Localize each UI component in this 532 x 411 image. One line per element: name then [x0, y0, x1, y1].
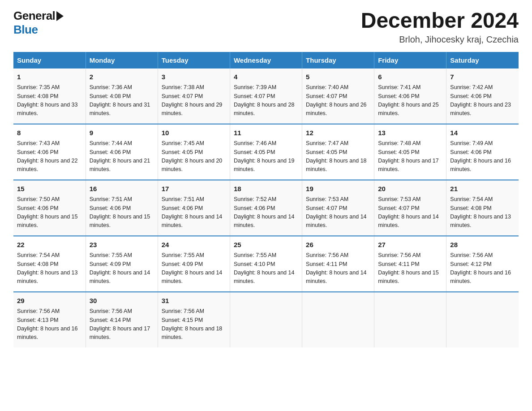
daylight-label: Daylight: 8 hours and 20 minutes.: [162, 158, 223, 172]
page-header: General Blue December 2024 Brloh, Jihoce…: [13, 9, 519, 45]
sunset-label: Sunset: 4:14 PM: [90, 317, 131, 323]
day-cell: 23 Sunrise: 7:55 AM Sunset: 4:09 PM Dayl…: [86, 236, 158, 292]
daylight-label: Daylight: 8 hours and 28 minutes.: [234, 102, 295, 116]
logo-blue-text: Blue: [13, 23, 38, 37]
day-number: 24: [162, 240, 226, 250]
sunset-label: Sunset: 4:06 PM: [90, 149, 131, 155]
day-number: 30: [90, 296, 154, 306]
sunrise-label: Sunrise: 7:56 AM: [162, 308, 204, 314]
col-sunday: Sunday: [13, 52, 86, 68]
day-cell: 17 Sunrise: 7:51 AM Sunset: 4:06 PM Dayl…: [158, 180, 230, 236]
day-info: Sunrise: 7:50 AM Sunset: 4:06 PM Dayligh…: [17, 195, 82, 230]
sunset-label: Sunset: 4:05 PM: [378, 149, 419, 155]
day-cell: 3 Sunrise: 7:38 AM Sunset: 4:07 PM Dayli…: [158, 68, 230, 124]
daylight-label: Daylight: 8 hours and 13 minutes.: [17, 270, 78, 284]
day-info: Sunrise: 7:52 AM Sunset: 4:06 PM Dayligh…: [234, 195, 298, 230]
day-cell: 4 Sunrise: 7:39 AM Sunset: 4:07 PM Dayli…: [230, 68, 302, 124]
day-cell: 8 Sunrise: 7:43 AM Sunset: 4:06 PM Dayli…: [13, 124, 86, 180]
day-cell: 12 Sunrise: 7:47 AM Sunset: 4:05 PM Dayl…: [302, 124, 374, 180]
daylight-label: Daylight: 8 hours and 17 minutes.: [378, 158, 439, 172]
day-cell: 5 Sunrise: 7:40 AM Sunset: 4:07 PM Dayli…: [302, 68, 374, 124]
sunrise-label: Sunrise: 7:42 AM: [450, 84, 493, 90]
day-number: 9: [90, 128, 154, 138]
day-cell: 11 Sunrise: 7:46 AM Sunset: 4:05 PM Dayl…: [230, 124, 302, 180]
day-number: 3: [162, 72, 226, 82]
day-cell: 31 Sunrise: 7:56 AM Sunset: 4:15 PM Dayl…: [158, 292, 230, 347]
sunset-label: Sunset: 4:05 PM: [306, 149, 347, 155]
day-info: Sunrise: 7:44 AM Sunset: 4:06 PM Dayligh…: [90, 139, 154, 174]
sunset-label: Sunset: 4:06 PM: [378, 93, 419, 99]
sunrise-label: Sunrise: 7:50 AM: [17, 196, 60, 202]
sunrise-label: Sunrise: 7:53 AM: [306, 196, 348, 202]
day-number: 19: [306, 184, 370, 194]
daylight-label: Daylight: 8 hours and 14 minutes.: [306, 214, 367, 228]
sunset-label: Sunset: 4:08 PM: [17, 261, 58, 267]
sunrise-label: Sunrise: 7:40 AM: [306, 84, 348, 90]
day-cell: 25 Sunrise: 7:55 AM Sunset: 4:10 PM Dayl…: [230, 236, 302, 292]
sunrise-label: Sunrise: 7:52 AM: [234, 196, 276, 202]
day-cell: 10 Sunrise: 7:45 AM Sunset: 4:05 PM Dayl…: [158, 124, 230, 180]
day-info: Sunrise: 7:51 AM Sunset: 4:06 PM Dayligh…: [162, 195, 226, 230]
day-info: Sunrise: 7:51 AM Sunset: 4:06 PM Dayligh…: [90, 195, 154, 230]
sunset-label: Sunset: 4:07 PM: [162, 93, 203, 99]
daylight-label: Daylight: 8 hours and 14 minutes.: [162, 270, 223, 284]
daylight-label: Daylight: 8 hours and 14 minutes.: [162, 214, 223, 228]
day-info: Sunrise: 7:53 AM Sunset: 4:07 PM Dayligh…: [378, 195, 442, 230]
day-info: Sunrise: 7:56 AM Sunset: 4:15 PM Dayligh…: [162, 307, 226, 342]
day-cell: 24 Sunrise: 7:55 AM Sunset: 4:09 PM Dayl…: [158, 236, 230, 292]
sunrise-label: Sunrise: 7:56 AM: [378, 252, 420, 258]
sunset-label: Sunset: 4:13 PM: [17, 317, 58, 323]
day-cell: 27 Sunrise: 7:56 AM Sunset: 4:11 PM Dayl…: [374, 236, 446, 292]
logo-general-text: General: [13, 9, 55, 23]
daylight-label: Daylight: 8 hours and 16 minutes.: [17, 325, 78, 340]
day-number: 16: [90, 184, 154, 194]
sunrise-label: Sunrise: 7:38 AM: [162, 84, 204, 90]
day-cell: 7 Sunrise: 7:42 AM Sunset: 4:06 PM Dayli…: [446, 68, 519, 124]
sunrise-label: Sunrise: 7:43 AM: [17, 140, 60, 146]
daylight-label: Daylight: 8 hours and 14 minutes.: [234, 270, 295, 284]
day-info: Sunrise: 7:42 AM Sunset: 4:06 PM Dayligh…: [450, 83, 515, 118]
day-info: Sunrise: 7:43 AM Sunset: 4:06 PM Dayligh…: [17, 139, 82, 174]
title-section: December 2024 Brloh, Jihocesky kraj, Cze…: [361, 9, 519, 45]
sunrise-label: Sunrise: 7:55 AM: [234, 252, 276, 258]
month-title: December 2024: [361, 9, 519, 33]
day-cell: [302, 292, 374, 347]
day-info: Sunrise: 7:53 AM Sunset: 4:07 PM Dayligh…: [306, 195, 370, 230]
sunset-label: Sunset: 4:07 PM: [306, 205, 347, 211]
day-info: Sunrise: 7:36 AM Sunset: 4:08 PM Dayligh…: [90, 83, 154, 118]
day-info: Sunrise: 7:54 AM Sunset: 4:08 PM Dayligh…: [17, 251, 82, 286]
day-number: 14: [450, 128, 515, 138]
day-cell: 19 Sunrise: 7:53 AM Sunset: 4:07 PM Dayl…: [302, 180, 374, 236]
day-cell: 1 Sunrise: 7:35 AM Sunset: 4:08 PM Dayli…: [13, 68, 86, 124]
day-info: Sunrise: 7:56 AM Sunset: 4:11 PM Dayligh…: [378, 251, 442, 286]
day-number: 13: [378, 128, 442, 138]
day-number: 6: [378, 72, 442, 82]
daylight-label: Daylight: 8 hours and 14 minutes.: [90, 270, 150, 284]
sunrise-label: Sunrise: 7:56 AM: [306, 252, 348, 258]
day-cell: 6 Sunrise: 7:41 AM Sunset: 4:06 PM Dayli…: [374, 68, 446, 124]
week-row-5: 29 Sunrise: 7:56 AM Sunset: 4:13 PM Dayl…: [13, 292, 519, 347]
daylight-label: Daylight: 8 hours and 33 minutes.: [17, 102, 78, 116]
week-row-4: 22 Sunrise: 7:54 AM Sunset: 4:08 PM Dayl…: [13, 236, 519, 292]
day-number: 12: [306, 128, 370, 138]
header-row: Sunday Monday Tuesday Wednesday Thursday…: [13, 52, 519, 68]
daylight-label: Daylight: 8 hours and 14 minutes.: [234, 214, 295, 228]
day-info: Sunrise: 7:39 AM Sunset: 4:07 PM Dayligh…: [234, 83, 298, 118]
sunrise-label: Sunrise: 7:35 AM: [17, 84, 60, 90]
day-cell: 26 Sunrise: 7:56 AM Sunset: 4:11 PM Dayl…: [302, 236, 374, 292]
sunrise-label: Sunrise: 7:56 AM: [90, 308, 132, 314]
col-tuesday: Tuesday: [158, 52, 230, 68]
logo: General Blue: [13, 9, 64, 37]
daylight-label: Daylight: 8 hours and 13 minutes.: [450, 214, 511, 228]
day-cell: 14 Sunrise: 7:49 AM Sunset: 4:06 PM Dayl…: [446, 124, 519, 180]
sunrise-label: Sunrise: 7:55 AM: [90, 252, 132, 258]
sunset-label: Sunset: 4:11 PM: [306, 261, 347, 267]
day-number: 10: [162, 128, 226, 138]
daylight-label: Daylight: 8 hours and 17 minutes.: [90, 325, 150, 340]
sunset-label: Sunset: 4:06 PM: [450, 149, 491, 155]
sunset-label: Sunset: 4:07 PM: [378, 205, 419, 211]
sunset-label: Sunset: 4:07 PM: [306, 93, 347, 99]
day-cell: 2 Sunrise: 7:36 AM Sunset: 4:08 PM Dayli…: [86, 68, 158, 124]
day-info: Sunrise: 7:45 AM Sunset: 4:05 PM Dayligh…: [162, 139, 226, 174]
day-number: 31: [162, 296, 226, 306]
